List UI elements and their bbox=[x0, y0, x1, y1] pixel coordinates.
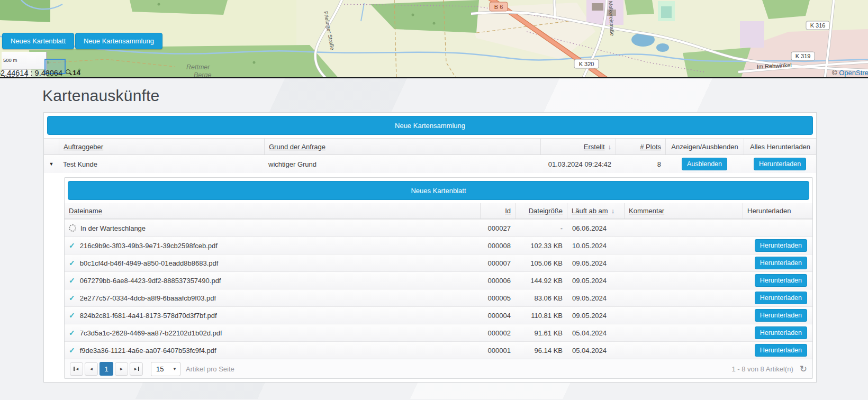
header-laeuft-ab-am[interactable]: Läuft ab am bbox=[572, 207, 608, 215]
pager-current-page[interactable]: 1 bbox=[100, 362, 113, 376]
sheet-row: ✓ 7c3d5a1c-2628-4469-aa87-b22102d1b02d.p… bbox=[65, 324, 812, 341]
sheet-id: 000001 bbox=[480, 342, 515, 359]
header-erstellt[interactable]: Erstellt bbox=[584, 143, 605, 151]
download-sheet-button[interactable]: Herunterladen bbox=[755, 292, 807, 304]
sheet-id: 000008 bbox=[480, 237, 515, 254]
sheet-size: 110.81 KB bbox=[515, 307, 567, 324]
sheet-comment bbox=[624, 324, 743, 341]
check-icon: ✓ bbox=[69, 294, 75, 302]
download-sheet-button[interactable]: Herunterladen bbox=[755, 344, 807, 357]
sheet-id: 000004 bbox=[480, 307, 515, 324]
area-label-rettmer-2: Berge bbox=[194, 71, 211, 78]
check-icon: ✓ bbox=[69, 329, 75, 337]
last-page-icon: ► bbox=[133, 367, 138, 371]
sheet-comment bbox=[624, 220, 743, 237]
sheet-expires: 10.05.2024 bbox=[567, 237, 624, 254]
sheet-expires: 09.05.2024 bbox=[567, 289, 624, 306]
collections-header-row: Auftraggeber Grund der Anfrage Erstellt … bbox=[44, 138, 816, 155]
check-icon: ✓ bbox=[69, 311, 75, 320]
header-dateigroesse[interactable]: Dateigröße bbox=[529, 207, 563, 215]
map-viewport[interactable]: B 6 K 320 K 316 K 319 Frielinger Straße … bbox=[0, 0, 868, 78]
refresh-icon[interactable]: ↻ bbox=[800, 363, 807, 375]
map-new-collection-button[interactable]: Neue Kartensammlung bbox=[75, 33, 162, 49]
pager-prev-button[interactable]: ◄ bbox=[85, 362, 98, 376]
check-icon: ✓ bbox=[69, 259, 75, 267]
sheet-id: 000027 bbox=[480, 220, 515, 237]
sheet-expires: 09.05.2024 bbox=[567, 272, 624, 289]
sheet-row: ✓ 067279bb-6ae8-4423-9df2-888537357490.p… bbox=[65, 271, 812, 289]
download-sheet-button[interactable]: Herunterladen bbox=[755, 274, 807, 287]
header-id[interactable]: Id bbox=[505, 207, 511, 215]
sheet-id: 000002 bbox=[480, 324, 515, 341]
sheet-id: 000007 bbox=[480, 254, 515, 271]
header-auftraggeber[interactable]: Auftraggeber bbox=[64, 143, 103, 151]
sheet-size: 83.06 KB bbox=[515, 289, 567, 306]
openstreetmap-link[interactable]: OpenStreetMap bbox=[839, 69, 868, 77]
collection-row: ▼ Test Kunde wichtiger Grund 01.03.2024 … bbox=[44, 155, 816, 173]
map-new-sheet-button[interactable]: Neues Kartenblatt bbox=[2, 33, 74, 49]
header-plots[interactable]: # Plots bbox=[640, 143, 661, 151]
pager-last-button[interactable]: ► bbox=[130, 362, 143, 376]
road-badge-k320: K 320 bbox=[574, 59, 599, 68]
sheet-expires: 05.04.2024 bbox=[567, 342, 624, 359]
prev-page-icon: ◄ bbox=[89, 367, 94, 371]
sheet-comment bbox=[624, 289, 743, 306]
sheet-filename: 824b2c81-f681-4a41-8173-578d70d3f7bf.pdf bbox=[80, 312, 217, 320]
road-badge-k316: K 316 bbox=[806, 21, 829, 30]
collections-grid: Neue Kartensammlung Auftraggeber Grund d… bbox=[43, 112, 817, 383]
download-sheet-button[interactable]: Herunterladen bbox=[755, 257, 807, 269]
download-sheet-button[interactable]: Herunterladen bbox=[755, 239, 807, 252]
header-dateiname[interactable]: Dateiname bbox=[69, 207, 102, 215]
download-all-button[interactable]: Herunterladen bbox=[754, 158, 806, 170]
new-sheet-button[interactable]: Neues Kartenblatt bbox=[68, 181, 809, 200]
new-collection-button[interactable]: Neue Kartensammlung bbox=[47, 116, 813, 135]
sheets-header-row: Dateiname Id Dateigröße Läuft ab am ↓ Ko… bbox=[65, 203, 812, 219]
download-sheet-button[interactable]: Herunterladen bbox=[755, 326, 807, 339]
sheet-status-text: In der Warteschlange bbox=[80, 224, 146, 232]
queued-spinner-icon bbox=[69, 224, 76, 232]
zoom-magnifier-icon bbox=[65, 69, 72, 76]
sheet-expires: 05.04.2024 bbox=[567, 324, 624, 341]
sheet-size: - bbox=[515, 220, 567, 237]
page-size-value: 15 bbox=[156, 365, 164, 373]
header-kommentar[interactable]: Kommentar bbox=[629, 207, 664, 215]
sheet-row: In der Warteschlange 000027 - 06.06.2024 bbox=[65, 219, 812, 237]
sheet-size: 144.92 KB bbox=[515, 272, 567, 289]
map-attribution: © OpenStreetMap bbox=[832, 69, 868, 77]
collection-detail-panel: Neues Kartenblatt Dateiname Id Dateigröß… bbox=[44, 173, 816, 382]
sheet-size: 105.06 KB bbox=[515, 254, 567, 271]
sheet-row: ✓ 824b2c81-f681-4a41-8173-578d70d3f7bf.p… bbox=[65, 306, 812, 324]
sheet-filename: b0c1cf4d-b46f-4949-a850-01eadd8b8683.pdf bbox=[80, 259, 219, 267]
sheet-size: 91.61 KB bbox=[515, 324, 567, 341]
check-icon: ✓ bbox=[69, 276, 75, 285]
cell-auftraggeber: Test Kunde bbox=[59, 155, 264, 173]
sheets-grid: Neues Kartenblatt Dateiname Id Dateigröß… bbox=[64, 177, 813, 379]
download-sheet-button[interactable]: Herunterladen bbox=[755, 309, 807, 322]
next-page-icon: ► bbox=[120, 367, 124, 371]
road-badge-b6: B 6 bbox=[490, 2, 508, 11]
sheet-comment bbox=[624, 342, 743, 359]
pager-first-button[interactable]: ◄ bbox=[70, 362, 83, 376]
chevron-down-icon: ▼ bbox=[173, 367, 177, 371]
sheet-size: 96.14 KB bbox=[515, 342, 567, 359]
check-icon: ✓ bbox=[69, 241, 75, 250]
check-icon: ✓ bbox=[69, 346, 75, 354]
sheet-filename: 216c9b9c-3f03-49b3-9e71-39cb2598fceb.pdf bbox=[80, 242, 218, 250]
page-size-select[interactable]: 15 ▼ bbox=[151, 362, 180, 376]
header-herunterladen: Herunterladen bbox=[747, 207, 791, 215]
collapse-row-icon[interactable]: ▼ bbox=[49, 161, 54, 167]
header-grund-der-anfrage[interactable]: Grund der Anfrage bbox=[269, 143, 326, 151]
scale-metric: 500 m bbox=[2, 52, 47, 69]
sheet-id: 000005 bbox=[480, 289, 515, 306]
svg-text:B 6: B 6 bbox=[494, 4, 503, 10]
sheet-expires: 09.05.2024 bbox=[567, 307, 624, 324]
toggle-visibility-button[interactable]: Ausblenden bbox=[682, 158, 727, 170]
pager-next-button[interactable]: ► bbox=[115, 362, 128, 376]
map-zoom-indicator: 14 bbox=[65, 69, 80, 77]
sort-desc-icon: ↓ bbox=[608, 143, 612, 151]
sheet-expires: 06.06.2024 bbox=[567, 220, 624, 237]
pager-info: 1 - 8 von 8 Artikel(n) bbox=[731, 365, 793, 373]
zoom-level-value: 14 bbox=[73, 69, 80, 77]
page-title: Kartenauskünfte bbox=[42, 87, 868, 105]
expand-column-header bbox=[44, 139, 59, 154]
